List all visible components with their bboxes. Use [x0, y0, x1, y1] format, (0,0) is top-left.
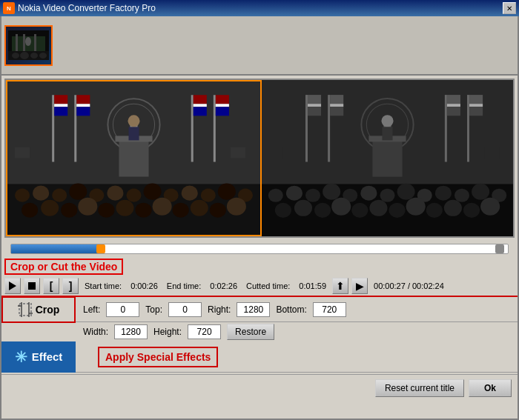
crop-button[interactable]: Crop — [1, 296, 76, 323]
svg-point-111 — [351, 203, 368, 218]
svg-point-49 — [182, 186, 198, 201]
svg-rect-92 — [484, 147, 499, 158]
crop-section: Crop Left: Top: Right: Bottom: — [1, 296, 518, 322]
start-time-label: Start time: — [85, 281, 122, 290]
svg-point-113 — [389, 203, 406, 218]
svg-rect-70 — [305, 95, 308, 161]
timeline-bar[interactable] — [10, 244, 509, 254]
crop-cut-label: Crop or Cut the Video — [4, 259, 123, 275]
apply-effects-label: Apply Special Effects — [98, 347, 218, 367]
arrow-right-button[interactable]: ▶ — [351, 278, 368, 294]
svg-point-97 — [323, 184, 340, 200]
bottom-label: Bottom: — [276, 304, 306, 315]
top-input[interactable] — [168, 302, 202, 317]
svg-rect-38 — [231, 147, 245, 158]
svg-point-99 — [360, 186, 377, 201]
width-input[interactable] — [114, 324, 148, 339]
play-icon — [9, 281, 16, 290]
title-bar: N Nokia Video Converter Factory Pro ✕ — [0, 0, 519, 16]
svg-rect-19 — [54, 107, 67, 116]
timeline-end-handle[interactable] — [495, 244, 504, 253]
svg-rect-85 — [447, 107, 460, 116]
left-input[interactable] — [106, 302, 139, 317]
crop-fields: Left: Top: Right: Bottom: — [76, 302, 518, 317]
svg-point-117 — [463, 203, 480, 218]
svg-rect-20 — [214, 95, 216, 161]
svg-rect-79 — [330, 95, 343, 104]
svg-rect-71 — [308, 95, 321, 104]
svg-point-50 — [201, 189, 216, 202]
cutted-time-value: 0:01:59 — [299, 281, 326, 290]
svg-rect-32 — [119, 139, 148, 176]
svg-point-110 — [331, 198, 351, 216]
start-time-value: 0:00:26 — [130, 281, 158, 290]
svg-point-9 — [30, 53, 38, 59]
crop-label: Crop — [36, 304, 60, 316]
mark-out-button[interactable]: ] — [62, 278, 79, 294]
svg-point-103 — [435, 186, 452, 201]
timeline-fill — [11, 244, 101, 253]
svg-point-51 — [218, 184, 236, 200]
svg-point-40 — [15, 189, 30, 202]
svg-rect-86 — [372, 139, 402, 176]
bottom-input[interactable] — [313, 302, 346, 317]
end-time-label: End time: — [167, 281, 201, 290]
right-input[interactable] — [237, 302, 270, 317]
svg-rect-25 — [76, 95, 90, 104]
svg-point-104 — [454, 189, 469, 202]
svg-point-62 — [191, 200, 208, 216]
svg-point-7 — [12, 53, 19, 59]
timeline-handle[interactable] — [96, 244, 105, 253]
app-icon: N — [3, 2, 15, 14]
svg-point-56 — [78, 198, 97, 216]
svg-rect-84 — [447, 104, 460, 107]
preview-right: ★ — [262, 80, 513, 236]
svg-point-59 — [136, 203, 152, 218]
cutted-time-label: Cutted time: — [246, 281, 290, 290]
arrow-up-button[interactable]: ⬆ — [332, 278, 348, 294]
svg-point-53 — [22, 203, 38, 218]
mark-out-icon: ] — [69, 280, 73, 292]
svg-rect-17 — [54, 95, 67, 104]
mark-in-button[interactable]: [ — [43, 278, 59, 294]
svg-point-107 — [275, 203, 291, 218]
svg-point-42 — [52, 189, 67, 202]
height-input[interactable] — [188, 324, 221, 339]
thumbnail-item[interactable] — [4, 25, 53, 66]
svg-point-58 — [116, 200, 133, 216]
svg-point-118 — [480, 198, 500, 216]
height-label: Height: — [153, 327, 182, 337]
svg-point-10 — [39, 53, 47, 59]
svg-point-60 — [153, 198, 172, 216]
svg-point-57 — [98, 203, 114, 218]
close-button[interactable]: ✕ — [503, 2, 516, 14]
svg-point-96 — [305, 189, 320, 202]
svg-rect-78 — [328, 95, 330, 161]
svg-point-41 — [33, 186, 49, 201]
svg-point-108 — [294, 200, 312, 216]
svg-rect-30 — [194, 104, 207, 107]
svg-rect-76 — [469, 104, 483, 107]
svg-rect-73 — [308, 107, 321, 116]
svg-point-109 — [314, 203, 331, 218]
svg-rect-74 — [467, 95, 469, 161]
svg-point-105 — [472, 184, 489, 200]
effect-button[interactable]: Effect — [1, 341, 76, 373]
svg-point-5 — [25, 37, 31, 46]
svg-rect-28 — [191, 95, 194, 161]
width-label: Width: — [83, 327, 108, 337]
playback-controls: [ ] Start time: 0:00:26 End time: 0:02:2… — [1, 276, 518, 296]
reset-current-title-button[interactable]: Reset current title — [375, 379, 464, 397]
top-label: Top: — [145, 304, 162, 315]
svg-point-116 — [444, 200, 462, 216]
restore-button[interactable]: Restore — [227, 324, 274, 340]
svg-rect-27 — [76, 107, 90, 116]
svg-rect-72 — [308, 104, 321, 107]
crop-cut-label-area: Crop or Cut the Video — [4, 259, 515, 275]
svg-point-55 — [61, 203, 77, 218]
ok-button[interactable]: Ok — [469, 379, 512, 397]
stop-button[interactable] — [24, 278, 40, 294]
play-button[interactable] — [4, 278, 21, 294]
svg-point-63 — [210, 203, 226, 218]
main-window: ★ — [0, 16, 519, 420]
